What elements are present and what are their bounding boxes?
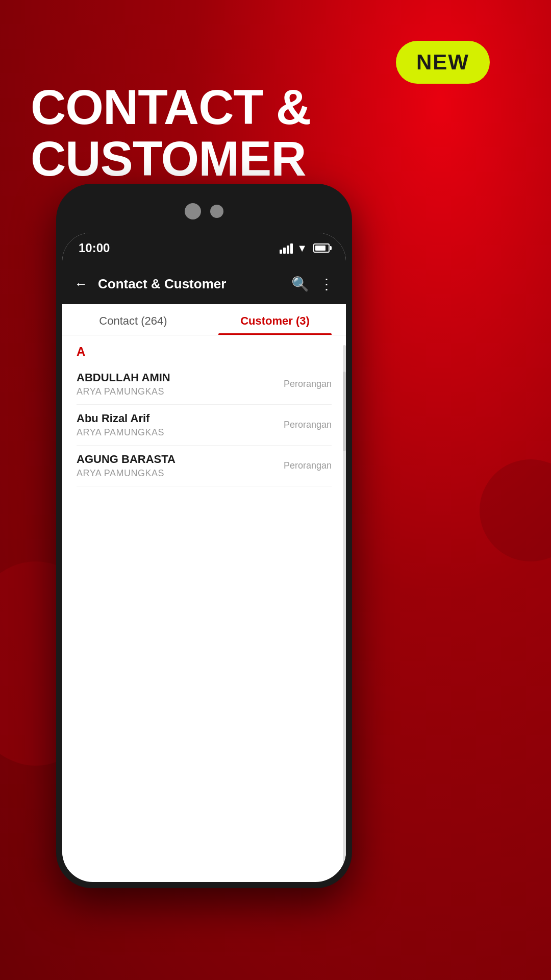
contact-info-3: AGUNG BARASTA ARYA PAMUNGKAS: [77, 453, 176, 479]
phone-mockup: 10:00 ▼ ← Contact & Customer: [56, 184, 352, 888]
battery-icon: [313, 243, 330, 253]
signal-icon: [280, 242, 293, 254]
signal-bar-1: [280, 250, 282, 254]
camera-secondary: [210, 205, 223, 218]
contact-type-2: Perorangan: [284, 420, 332, 430]
search-icon[interactable]: 🔍: [291, 276, 309, 292]
new-badge: NEW: [396, 41, 490, 84]
header-actions: 🔍 ⋮: [291, 276, 334, 292]
battery-fill: [315, 246, 325, 251]
phone-cameras: [185, 203, 223, 219]
status-bar: 10:00 ▼: [62, 233, 346, 263]
contact-type-1: Perorangan: [284, 379, 332, 389]
contact-sub-3: ARYA PAMUNGKAS: [77, 468, 176, 479]
section-letter-a: A: [77, 335, 332, 364]
app-header: ← Contact & Customer 🔍 ⋮: [62, 263, 346, 304]
signal-bar-4: [290, 243, 293, 254]
phone-screen: 10:00 ▼ ← Contact & Customer: [62, 233, 346, 882]
wifi-icon: ▼: [297, 242, 307, 254]
page-title: CONTACT & CUSTOMER: [31, 82, 551, 185]
contact-sub-2: ARYA PAMUNGKAS: [77, 427, 164, 438]
contact-name-2: Abu Rizal Arif: [77, 412, 164, 425]
tab-customer[interactable]: Customer (3): [204, 304, 346, 335]
signal-bar-3: [287, 246, 289, 254]
contact-type-3: Perorangan: [284, 460, 332, 471]
back-button[interactable]: ←: [74, 276, 88, 292]
contact-info-2: Abu Rizal Arif ARYA PAMUNGKAS: [77, 412, 164, 438]
more-options-icon[interactable]: ⋮: [319, 276, 334, 292]
status-time: 10:00: [79, 241, 110, 255]
contact-item[interactable]: Abu Rizal Arif ARYA PAMUNGKAS Perorangan: [77, 405, 332, 446]
status-icons: ▼: [280, 242, 330, 254]
scroll-indicator[interactable]: [343, 345, 346, 876]
tabs-container: Contact (264) Customer (3): [62, 304, 346, 335]
signal-bar-2: [283, 248, 286, 254]
contact-info-1: ABDULLAH AMIN ARYA PAMUNGKAS: [77, 371, 170, 397]
scroll-thumb: [343, 372, 346, 451]
content-area: A ABDULLAH AMIN ARYA PAMUNGKAS Peroranga…: [62, 335, 346, 872]
contact-item[interactable]: AGUNG BARASTA ARYA PAMUNGKAS Perorangan: [77, 446, 332, 486]
contact-name-1: ABDULLAH AMIN: [77, 371, 170, 384]
contact-name-3: AGUNG BARASTA: [77, 453, 176, 466]
contact-item[interactable]: ABDULLAH AMIN ARYA PAMUNGKAS Perorangan: [77, 364, 332, 405]
camera-main: [185, 203, 201, 219]
contact-sub-1: ARYA PAMUNGKAS: [77, 386, 170, 397]
tab-contact[interactable]: Contact (264): [62, 304, 204, 335]
header-title: Contact & Customer: [98, 276, 283, 292]
